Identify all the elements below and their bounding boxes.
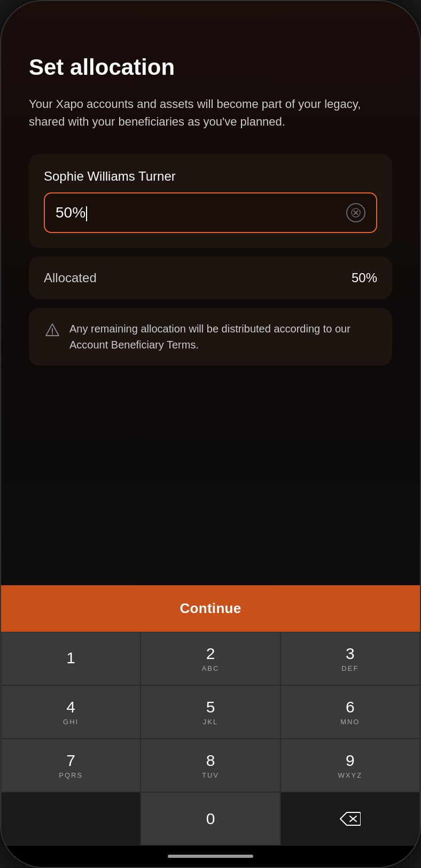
numpad-key-9[interactable]: 9 WXYZ [280,739,420,792]
numpad-key-5[interactable]: 5 JKL [141,685,280,739]
bottom-section: Continue 1 2 ABC 3 DEF 4 [1,585,420,867]
beneficiary-name: Sophie Williams Turner [44,169,377,184]
numpad-letters: TUV [202,771,219,779]
svg-point-4 [52,334,53,335]
numpad-delete-button[interactable] [280,792,420,846]
phone-frame: Set allocation Your Xapo accounts and as… [0,0,421,868]
allocated-value: 50% [352,270,377,285]
numpad-key-4[interactable]: 4 GHI [1,685,141,739]
numpad-number: 8 [206,751,215,770]
numpad-letters: PQRS [59,771,83,779]
content-area: Set allocation Your Xapo accounts and as… [1,44,420,585]
numpad-key-1[interactable]: 1 [1,632,141,685]
continue-button[interactable]: Continue [1,585,420,632]
numpad: 1 2 ABC 3 DEF 4 GHI 5 JKL [1,632,420,846]
numpad-number: 3 [346,645,355,663]
warning-text: Any remaining allocation will be distrib… [69,321,377,353]
clear-input-button[interactable] [346,203,365,222]
phone-screen: Set allocation Your Xapo accounts and as… [1,1,420,867]
warning-icon [44,322,61,339]
numpad-number: 6 [346,698,355,716]
numpad-number: 7 [66,751,75,770]
numpad-key-3[interactable]: 3 DEF [280,632,420,685]
allocated-card: Allocated 50% [29,257,392,299]
numpad-letters: GHI [63,718,79,726]
subtitle: Your Xapo accounts and assets will becom… [29,95,392,130]
home-bar [168,855,253,858]
page-title: Set allocation [29,55,392,80]
numpad-number: 5 [206,698,215,716]
numpad-key-2[interactable]: 2 ABC [141,632,280,685]
numpad-key-7[interactable]: 7 PQRS [1,739,141,792]
numpad-number: 2 [206,645,215,663]
numpad-number: 0 [206,810,215,828]
numpad-key-8[interactable]: 8 TUV [141,739,280,792]
numpad-number: 9 [346,751,355,770]
numpad-key-0[interactable]: 0 [141,792,280,846]
warning-card: Any remaining allocation will be distrib… [29,308,392,366]
numpad-letters: MNO [340,718,360,726]
numpad-key-empty [1,792,141,846]
allocated-label: Allocated [44,270,97,285]
numpad-number: 4 [66,698,75,716]
numpad-key-6[interactable]: 6 MNO [280,685,420,739]
numpad-letters: WXYZ [338,771,363,779]
beneficiary-card: Sophie Williams Turner 50% [29,154,392,248]
allocation-input-wrapper[interactable]: 50% [44,192,377,233]
home-indicator [1,846,420,867]
numpad-letters: DEF [341,664,358,672]
numpad-letters: ABC [202,664,220,672]
numpad-letters: JKL [203,718,218,726]
numpad-number: 1 [66,649,75,667]
allocation-display: 50% [56,204,346,221]
